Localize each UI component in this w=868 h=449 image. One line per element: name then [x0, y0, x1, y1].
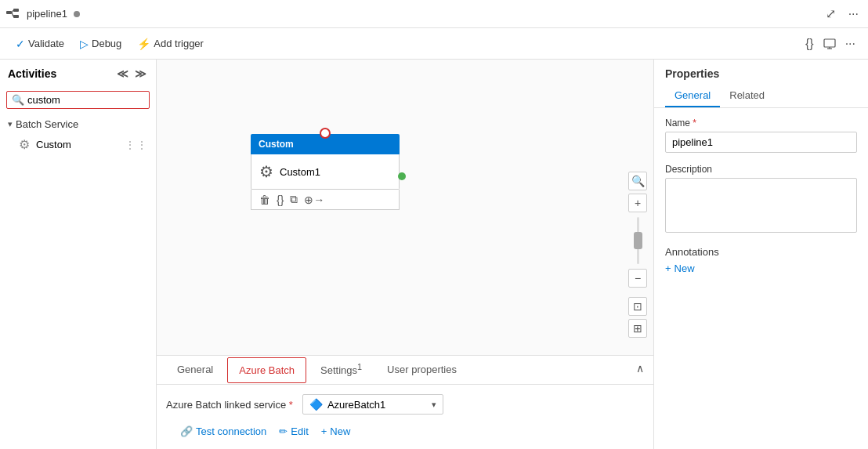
svg-rect-5: [824, 39, 835, 47]
bottom-tab-content: Azure Batch linked service * 🔷 AzureBatc…: [157, 385, 653, 449]
top-bar: pipeline1 ⤢ ···: [0, 0, 868, 28]
node-error-indicator: [320, 128, 331, 139]
svg-rect-2: [13, 15, 19, 18]
search-box: 🔍: [6, 91, 150, 109]
new-linked-service-button[interactable]: + New: [316, 422, 356, 440]
app-logo: pipeline1: [6, 8, 67, 20]
code-icon[interactable]: {}: [277, 194, 284, 206]
batch-service-category[interactable]: ▾ Batch Service: [0, 115, 156, 133]
name-label: Name *: [665, 118, 857, 129]
svg-rect-1: [13, 9, 19, 12]
monitor-button[interactable]: [820, 36, 839, 52]
node-body: ⚙ Custom1: [251, 154, 400, 190]
props-tab-general[interactable]: General: [665, 85, 720, 107]
test-connection-icon: 🔗: [180, 425, 193, 437]
top-bar-left: pipeline1: [6, 8, 80, 20]
pipeline-icon: [6, 8, 22, 20]
zoom-out-button[interactable]: −: [628, 269, 647, 288]
sidebar-header: Activities ≪ ≫: [0, 60, 156, 88]
add-activity-icon[interactable]: ⊕→: [304, 194, 324, 206]
add-annotation-icon: +: [665, 263, 671, 274]
required-marker: *: [289, 399, 293, 411]
canvas-area[interactable]: Custom ⚙ Custom1 🗑 {} ⧉ ⊕→: [157, 60, 653, 449]
copy-icon[interactable]: ⧉: [290, 193, 298, 206]
debug-icon: ▷: [80, 38, 89, 50]
tab-general[interactable]: General: [166, 357, 224, 383]
toolbar-right: {} ···: [802, 35, 859, 53]
props-body: Name * Description Annotations + New: [654, 108, 868, 449]
bottom-actions: 🔗 Test connection ✏ Edit + New: [166, 422, 644, 447]
activity-drag-handle[interactable]: ⋮⋮: [125, 139, 148, 151]
collapse-arrow-icon: ▾: [8, 119, 13, 129]
zoom-slider-thumb: [634, 232, 642, 249]
sidebar-title: Activities: [8, 67, 56, 80]
linked-service-select[interactable]: 🔷 AzureBatch1 ▾: [302, 394, 443, 415]
main-content: Activities ≪ ≫ 🔍 ▾ Batch Service ⚙ Custo…: [0, 60, 868, 449]
node-body-gear-icon: ⚙: [259, 162, 273, 181]
edit-button[interactable]: ✏ Edit: [274, 422, 313, 440]
name-field: Name *: [665, 118, 857, 153]
add-icon: +: [321, 425, 327, 437]
fit-screen-button[interactable]: ⊡: [628, 297, 647, 316]
add-trigger-button[interactable]: ⚡ Add trigger: [131, 34, 210, 53]
activity-name: Custom: [36, 139, 71, 150]
description-textarea[interactable]: [665, 178, 857, 233]
activity-item-left: ⚙ Custom: [19, 137, 71, 152]
settings-superscript: 1: [357, 362, 362, 371]
node-body-title: Custom1: [280, 166, 320, 178]
search-canvas-button[interactable]: 🔍: [628, 172, 647, 190]
custom-activity-item[interactable]: ⚙ Custom ⋮⋮: [0, 133, 156, 156]
collapse-icon[interactable]: ≪: [115, 66, 130, 81]
name-required: *: [693, 118, 696, 129]
validate-button[interactable]: ✓ Validate: [9, 34, 71, 53]
category-label: Batch Service: [16, 118, 78, 130]
top-bar-right: ⤢ ···: [823, 5, 862, 23]
sidebar: Activities ≪ ≫ 🔍 ▾ Batch Service ⚙ Custo…: [0, 60, 157, 449]
name-input[interactable]: [665, 132, 857, 153]
node-header-title: Custom: [259, 139, 294, 150]
fit-all-button[interactable]: ⊞: [628, 319, 647, 338]
svg-line-4: [12, 13, 13, 16]
svg-line-3: [12, 10, 13, 13]
annotations-title: Annotations: [665, 246, 857, 258]
debug-button[interactable]: ▷ Debug: [74, 34, 128, 53]
description-label: Description: [665, 164, 857, 175]
search-icon: 🔍: [12, 94, 24, 106]
validate-icon: ✓: [16, 38, 25, 50]
node-footer: 🗑 {} ⧉ ⊕→: [251, 190, 400, 210]
expand-button[interactable]: ⤢: [823, 5, 839, 23]
collapse-panel-button[interactable]: ∧: [636, 362, 644, 375]
properties-panel: Properties General Related Name * Descri…: [653, 60, 868, 449]
more-options-button[interactable]: ···: [845, 5, 862, 23]
edit-icon: ✏: [279, 425, 288, 437]
bottom-tabs: General Azure Batch Settings1 User prope…: [157, 356, 653, 385]
tab-azure-batch[interactable]: Azure Batch: [227, 357, 306, 383]
tab-settings[interactable]: Settings1: [309, 356, 373, 384]
linked-service-value: AzureBatch1: [327, 399, 385, 411]
unsaved-dot: [74, 11, 80, 17]
linked-service-row: Azure Batch linked service * 🔷 AzureBatc…: [166, 394, 644, 415]
test-connection-button[interactable]: 🔗 Test connection: [175, 422, 271, 440]
add-annotation-button[interactable]: + New: [665, 263, 695, 274]
canvas-controls: 🔍 + − ⊡ ⊞: [628, 172, 647, 338]
zoom-in-button[interactable]: +: [628, 194, 647, 212]
monitor-icon: [823, 38, 836, 50]
tab-user-properties[interactable]: User properties: [376, 357, 468, 383]
custom-activity-node[interactable]: Custom ⚙ Custom1 🗑 {} ⧉ ⊕→: [251, 134, 400, 210]
filter-icon[interactable]: ≫: [133, 66, 148, 81]
trigger-icon: ⚡: [137, 38, 150, 50]
props-tab-related[interactable]: Related: [720, 85, 774, 107]
search-input[interactable]: [27, 94, 144, 106]
annotations-section: Annotations + New: [665, 246, 857, 274]
props-tabs: General Related: [654, 85, 868, 108]
code-button[interactable]: {}: [802, 35, 817, 53]
zoom-slider[interactable]: [637, 217, 639, 264]
toolbar: ✓ Validate ▷ Debug ⚡ Add trigger {} ···: [0, 28, 868, 60]
more-options-toolbar[interactable]: ···: [842, 35, 859, 53]
delete-icon[interactable]: 🗑: [259, 194, 270, 206]
node-success-dot: [398, 172, 406, 180]
canvas-inner: Custom ⚙ Custom1 🗑 {} ⧉ ⊕→: [157, 60, 653, 449]
dropdown-arrow-icon: ▾: [432, 400, 436, 410]
toolbar-left: ✓ Validate ▷ Debug ⚡ Add trigger: [9, 34, 210, 53]
sidebar-header-icons: ≪ ≫: [115, 66, 148, 81]
